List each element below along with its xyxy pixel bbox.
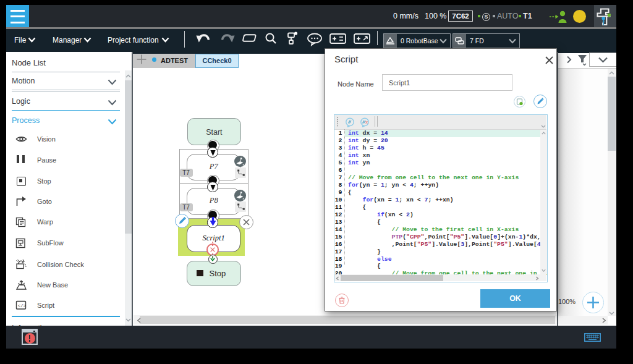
svg-text:</>: </> bbox=[18, 303, 26, 308]
